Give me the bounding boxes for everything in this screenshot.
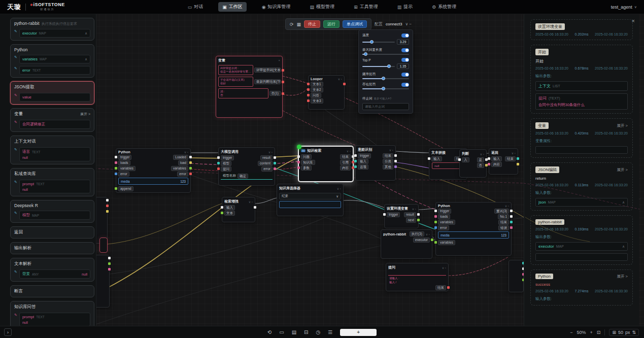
sidebar-card[interactable]: python-rabbit执行系统执行信息要求✎executorMAP∧ bbox=[10, 18, 94, 41]
log-field[interactable]: jsonMAP∧ bbox=[535, 198, 628, 207]
port-dot[interactable] bbox=[510, 215, 513, 218]
node-tiny-right[interactable] bbox=[509, 260, 524, 292]
screen-icon[interactable]: ▭ bbox=[279, 329, 284, 335]
expand-link[interactable]: 展开 > bbox=[80, 112, 90, 117]
run-button[interactable]: 运行 bbox=[323, 20, 340, 28]
toggle-switch[interactable] bbox=[401, 33, 409, 38]
port-dot[interactable] bbox=[189, 167, 192, 170]
nav-item-0[interactable]: ▭对话 bbox=[184, 2, 208, 12]
user-menu[interactable]: test_agent ∨ bbox=[543, 5, 644, 10]
collapse-icon[interactable]: ∨ ▫ bbox=[505, 204, 509, 208]
nav-item-1[interactable]: ▣工作区 bbox=[218, 2, 247, 12]
port-dot[interactable] bbox=[394, 154, 397, 157]
port-dot[interactable] bbox=[115, 187, 117, 190]
close-icon[interactable]: × bbox=[278, 59, 280, 62]
stepper-icon[interactable]: ⇅ bbox=[632, 330, 636, 335]
slider-track[interactable] bbox=[362, 78, 409, 79]
port-dot[interactable] bbox=[189, 161, 192, 164]
log-section[interactable]: python-rabbit2025-02-06 16:33:200.193ms2… bbox=[530, 215, 633, 265]
layers-icon[interactable]: ⊟ bbox=[304, 329, 308, 335]
slider-knob[interactable] bbox=[364, 52, 367, 56]
port-dot[interactable] bbox=[447, 286, 450, 289]
slider-knob[interactable] bbox=[382, 77, 385, 80]
port-dot[interactable] bbox=[189, 156, 192, 158]
port-dot[interactable] bbox=[189, 173, 192, 175]
sidebar-card[interactable]: 私域查询库✎promptTEXTnull bbox=[10, 168, 94, 196]
fit-view-button[interactable]: ⊡ bbox=[597, 330, 601, 335]
port-dot[interactable] bbox=[297, 155, 300, 158]
log-section[interactable]: 开始开始2025-02-06 16:33:200.678ms2025-02-06… bbox=[530, 45, 633, 114]
port-dot[interactable] bbox=[417, 213, 420, 216]
field-box[interactable]: 背景ANYnull bbox=[19, 269, 90, 279]
toggle-switch[interactable] bbox=[401, 58, 409, 62]
port-dot[interactable] bbox=[343, 83, 346, 85]
node-field[interactable]: 模型名称确定 bbox=[221, 173, 273, 180]
field-box[interactable]: promptTEXTnull bbox=[19, 313, 90, 326]
refresh-icon[interactable]: ⟳ bbox=[290, 22, 294, 27]
variable-box[interactable]: AI评审提示词 :你是一名合同评审专家根据用户输入进行评审 bbox=[218, 65, 253, 75]
port-dot[interactable] bbox=[307, 83, 310, 85]
node-set-env[interactable]: 设置环境变量∨ ▫triggerresultnext bbox=[384, 204, 419, 228]
collapse-icon[interactable]: ∨ ▫ bbox=[268, 150, 273, 154]
node-vars-panel[interactable]: 变量×AI评审提示词 :你是一名合同评审专家根据用户输入进行评审评审提示词(文本… bbox=[216, 56, 283, 118]
nav-item-2[interactable]: ◉知识库管理 bbox=[258, 2, 295, 12]
port-dot[interactable] bbox=[115, 156, 117, 158]
log-section[interactable]: JSON编辑展开 >return2025-02-06 16:33:200.113… bbox=[530, 162, 633, 211]
port-dot[interactable] bbox=[217, 162, 220, 164]
port-dot[interactable] bbox=[458, 158, 461, 161]
pencil-icon[interactable]: ✎ bbox=[14, 120, 17, 125]
field-box[interactable]: 模型MAP bbox=[19, 211, 90, 220]
toggle-switch[interactable] bbox=[401, 73, 409, 77]
collapse-icon[interactable]: ∨ ▫ bbox=[184, 150, 188, 154]
slider-track[interactable] bbox=[362, 54, 409, 55]
collapse-icon[interactable]: ∨ ▫ bbox=[347, 149, 351, 153]
port-dot[interactable] bbox=[274, 162, 276, 164]
port-dot[interactable] bbox=[517, 157, 519, 160]
log-field[interactable]: 上下文LIST bbox=[535, 81, 628, 91]
port-dot[interactable] bbox=[307, 99, 310, 102]
pencil-icon[interactable]: ✎ bbox=[14, 180, 17, 185]
port-dot[interactable] bbox=[510, 226, 513, 229]
node-python-2[interactable]: Python∨ ▫trigger重试(3)loadsNo.1variables结… bbox=[435, 202, 512, 256]
log-section[interactable]: Python展开 >success2025-02-06 16:33:207.27… bbox=[530, 269, 633, 306]
expand-link[interactable]: 展开 > bbox=[617, 123, 628, 128]
nav-item-6[interactable]: ⚙系统管理 bbox=[428, 2, 460, 12]
port-dot[interactable] bbox=[274, 167, 276, 170]
port-dot[interactable] bbox=[434, 226, 437, 229]
port-dot[interactable] bbox=[517, 163, 519, 165]
sidebar-card[interactable]: Deepseek R✎模型MAP bbox=[10, 200, 94, 223]
config-label[interactable]: 配置 bbox=[375, 21, 383, 27]
port-dot[interactable] bbox=[434, 215, 437, 218]
port-dot[interactable] bbox=[282, 92, 284, 95]
port-dot[interactable] bbox=[383, 213, 386, 216]
sidebar-card[interactable]: JSON提取✎value bbox=[10, 81, 94, 105]
sidebar-card[interactable]: 断言 bbox=[10, 285, 94, 297]
collapse-icon[interactable]: ∨ ▫ bbox=[442, 266, 446, 269]
node-python-main[interactable]: Python∨ ▫triggerLoadedloadsloadvariables… bbox=[116, 148, 191, 193]
port-dot[interactable] bbox=[274, 156, 276, 159]
slider-knob[interactable] bbox=[382, 87, 385, 90]
port-dot[interactable] bbox=[297, 161, 300, 163]
variable-box[interactable]: 子会话开场白(文本)你好 bbox=[218, 77, 253, 87]
port-dot[interactable] bbox=[282, 69, 284, 72]
chevron-up-icon[interactable]: ∧ bbox=[85, 31, 87, 36]
port-dot[interactable] bbox=[282, 81, 284, 83]
slider-knob[interactable] bbox=[387, 64, 391, 68]
port-dot[interactable] bbox=[106, 199, 109, 201]
history-icon[interactable]: ⟲ bbox=[267, 329, 272, 335]
log-field[interactable] bbox=[535, 146, 628, 154]
slider-track[interactable] bbox=[362, 66, 395, 67]
clock-icon[interactable]: ◷ bbox=[316, 329, 320, 335]
pencil-icon[interactable]: ✎ bbox=[14, 55, 17, 60]
collapse-icons[interactable]: ∨ − bbox=[405, 22, 412, 26]
sidebar-card[interactable]: 返回 bbox=[10, 226, 94, 239]
port-dot[interactable] bbox=[354, 160, 357, 162]
pencil-icon[interactable]: ✎ bbox=[14, 93, 17, 98]
port-dot[interactable] bbox=[297, 166, 300, 169]
port-dot[interactable] bbox=[108, 262, 111, 265]
document-icon[interactable]: ▤ bbox=[292, 329, 296, 335]
port-dot[interactable] bbox=[417, 219, 420, 221]
chevron-up-icon[interactable]: ∧ bbox=[85, 57, 87, 61]
port-dot[interactable] bbox=[510, 221, 513, 223]
port-dot[interactable] bbox=[217, 156, 220, 159]
